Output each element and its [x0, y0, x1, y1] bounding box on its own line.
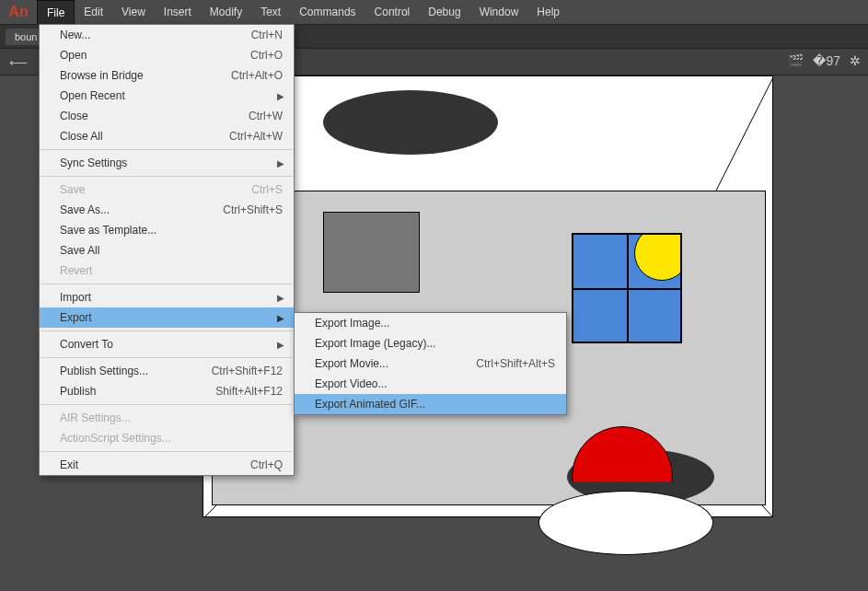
file-menu-new[interactable]: New...Ctrl+N — [40, 25, 294, 45]
menu-control[interactable]: Control — [365, 0, 420, 24]
file-menu-sync-settings[interactable]: Sync Settings▶ — [40, 153, 294, 173]
file-menu-save: SaveCtrl+S — [40, 180, 294, 200]
menu-item-label: Save All — [60, 244, 99, 257]
file-menu-export[interactable]: Export▶ — [40, 307, 294, 328]
file-menu-publish-settings[interactable]: Publish Settings...Ctrl+Shift+F12 — [40, 361, 294, 381]
menu-item-label: Save as Template... — [60, 224, 156, 237]
menu-item-label: Open Recent — [60, 89, 125, 102]
menu-item-label: Import — [60, 291, 91, 304]
menubar: An FileEditViewInsertModifyTextCommandsC… — [0, 0, 868, 24]
menu-item-label: Sync Settings — [60, 156, 127, 169]
menu-item-shortcut: Ctrl+Shift+Alt+S — [476, 357, 555, 370]
menu-item-label: Exit — [60, 458, 78, 471]
file-menu-save-as[interactable]: Save As...Ctrl+Shift+S — [40, 200, 294, 220]
menu-item-shortcut: Ctrl+O — [250, 49, 283, 62]
menu-debug[interactable]: Debug — [419, 0, 469, 24]
clapper-icon[interactable]: 🎬 — [788, 53, 804, 68]
menu-edit[interactable]: Edit — [75, 0, 112, 24]
menu-item-label: Revert — [60, 264, 92, 277]
menu-item-label: Export Animated GIF... — [315, 398, 425, 411]
menu-item-label: Export Image (Legacy)... — [315, 337, 435, 350]
menu-separator — [41, 451, 293, 452]
menu-item-shortcut: Ctrl+Alt+W — [229, 130, 283, 143]
menu-file[interactable]: File — [37, 0, 75, 24]
menu-item-shortcut: Ctrl+Alt+O — [231, 69, 283, 82]
menu-item-label: Browse in Bridge — [60, 69, 144, 82]
floor-ellipse — [538, 491, 713, 555]
menu-separator — [41, 330, 293, 331]
menu-item-label: Open — [60, 49, 87, 62]
file-menu-close[interactable]: CloseCtrl+W — [40, 106, 294, 126]
menu-separator — [41, 404, 293, 405]
file-menu-close-all[interactable]: Close AllCtrl+Alt+W — [40, 126, 294, 146]
menu-item-label: Close — [60, 110, 88, 122]
menu-item-shortcut: Ctrl+Q — [250, 458, 283, 471]
menu-item-label: New... — [60, 29, 90, 41]
file-menu-dropdown[interactable]: New...Ctrl+NOpenCtrl+OBrowse in BridgeCt… — [39, 24, 295, 476]
svg-line-1 — [714, 77, 773, 194]
file-menu-save-all[interactable]: Save All — [40, 240, 294, 261]
menu-item-shortcut: Ctrl+Shift+S — [223, 203, 283, 216]
submenu-arrow-icon: ▶ — [277, 293, 284, 303]
menu-item-shortcut: Ctrl+Shift+F12 — [212, 365, 283, 377]
menu-separator — [41, 284, 293, 284]
gear-icon[interactable]: ✲ — [850, 53, 861, 68]
app-logo: An — [0, 0, 37, 24]
export-menu-export-video[interactable]: Export Video... — [295, 374, 566, 394]
export-submenu-dropdown[interactable]: Export Image...Export Image (Legacy)...E… — [294, 312, 567, 415]
file-menu-actionscript-settings: ActionScript Settings... — [40, 428, 294, 448]
menu-item-shortcut: Ctrl+N — [251, 29, 283, 41]
menu-item-label: Export — [60, 311, 92, 324]
menu-modify[interactable]: Modify — [201, 0, 251, 24]
menu-insert[interactable]: Insert — [155, 0, 201, 24]
file-menu-open-recent[interactable]: Open Recent▶ — [40, 86, 294, 106]
submenu-arrow-icon: ▶ — [277, 313, 284, 323]
menu-item-label: AIR Settings... — [60, 411, 131, 424]
menu-separator — [41, 176, 293, 177]
menu-item-shortcut: Ctrl+W — [249, 110, 283, 122]
file-menu-save-as-template[interactable]: Save as Template... — [40, 220, 294, 240]
menu-item-shortcut: Ctrl+S — [251, 183, 283, 196]
file-menu-air-settings: AIR Settings... — [40, 408, 294, 428]
export-menu-export-image[interactable]: Export Image... — [295, 313, 566, 333]
export-menu-export-movie[interactable]: Export Movie...Ctrl+Shift+Alt+S — [295, 353, 566, 374]
file-menu-import[interactable]: Import▶ — [40, 287, 294, 307]
menu-item-label: Publish Settings... — [60, 365, 148, 377]
menu-item-label: Convert To — [60, 338, 113, 351]
menu-view[interactable]: View — [112, 0, 155, 24]
menu-item-label: Export Image... — [315, 317, 389, 330]
menu-window[interactable]: Window — [470, 0, 528, 24]
menu-item-label: Publish — [60, 385, 96, 398]
submenu-arrow-icon: ▶ — [277, 340, 284, 350]
window-panes — [572, 233, 682, 343]
file-menu-exit[interactable]: ExitCtrl+Q — [40, 455, 294, 475]
file-menu-open[interactable]: OpenCtrl+O — [40, 45, 294, 65]
file-menu-revert: Revert — [40, 261, 294, 281]
menu-item-label: Close All — [60, 130, 103, 143]
menu-item-label: Export Video... — [315, 377, 388, 390]
menu-text[interactable]: Text — [251, 0, 290, 24]
sun-icon — [634, 226, 689, 281]
menu-separator — [41, 149, 293, 150]
back-arrow-icon[interactable]: ⟵ — [9, 55, 28, 70]
file-menu-browse-in-bridge[interactable]: Browse in BridgeCtrl+Alt+O — [40, 65, 294, 86]
menu-commands[interactable]: Commands — [290, 0, 365, 24]
menu-item-label: ActionScript Settings... — [60, 432, 171, 445]
paint-icon[interactable]: �97 — [813, 53, 840, 68]
menu-separator — [41, 357, 293, 358]
menu-item-label: Export Movie... — [315, 357, 388, 370]
menu-item-label: Save As... — [60, 203, 110, 216]
export-menu-export-image-legacy[interactable]: Export Image (Legacy)... — [295, 333, 566, 353]
file-menu-publish[interactable]: PublishShift+Alt+F12 — [40, 381, 294, 401]
file-menu-convert-to[interactable]: Convert To▶ — [40, 334, 294, 354]
submenu-arrow-icon: ▶ — [277, 158, 284, 168]
menu-item-label: Save — [60, 183, 85, 196]
menu-item-shortcut: Shift+Alt+F12 — [215, 385, 283, 398]
dark-rectangle — [323, 212, 420, 293]
export-menu-export-animated-gif[interactable]: Export Animated GIF... — [295, 394, 566, 414]
menu-help[interactable]: Help — [527, 0, 569, 24]
submenu-arrow-icon: ▶ — [277, 91, 284, 101]
